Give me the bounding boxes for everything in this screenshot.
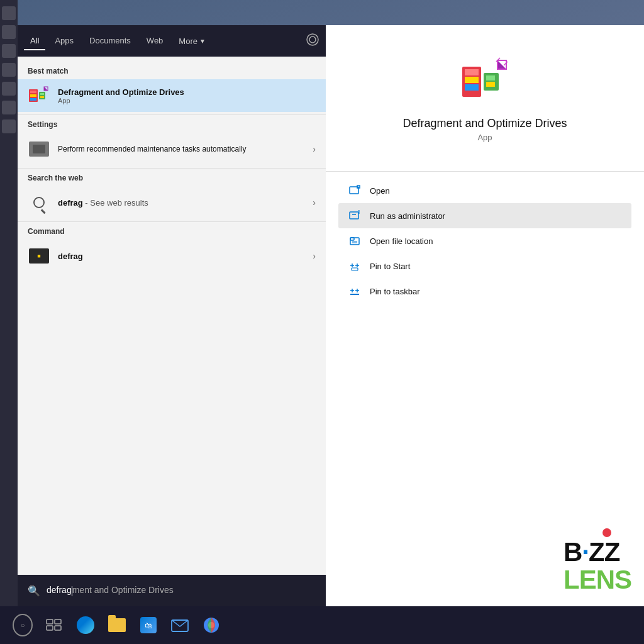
taskbar-mail[interactable] (170, 615, 190, 635)
left-strip-icon-6 (2, 101, 16, 114)
open-icon (348, 184, 361, 197)
search-tabs-bar: All Apps Documents Web More ▼ (18, 25, 326, 57)
section-settings: Settings (18, 118, 326, 133)
svg-rect-8 (40, 96, 44, 98)
tab-documents[interactable]: Documents (83, 32, 137, 50)
taskbar-taskview[interactable] (44, 615, 64, 635)
tab-all[interactable]: All (24, 32, 45, 50)
action-pin-taskbar[interactable]: Pin to taskbar (338, 279, 631, 304)
watermark: B·ZZ LENS (564, 528, 631, 594)
app-icon-large (460, 57, 510, 107)
svg-rect-6 (39, 92, 45, 99)
screen: All Apps Documents Web More ▼ (0, 0, 644, 644)
action-pin-taskbar-label: Pin to taskbar (370, 287, 420, 296)
web-search-text: defrag - See web results (58, 198, 148, 208)
start-menu: All Apps Documents Web More ▼ (18, 25, 644, 606)
action-run-admin[interactable]: Run as administrator (338, 203, 631, 228)
tab-web[interactable]: Web (140, 32, 170, 50)
left-strip-icon-4 (2, 63, 16, 77)
left-strip-icon-1 (2, 6, 16, 20)
svg-rect-12 (465, 69, 479, 75)
best-match-item[interactable]: Defragment and Optimize Drives App (18, 79, 326, 112)
command-icon: ■ (28, 245, 50, 267)
actions-divider (326, 171, 644, 172)
action-open[interactable]: Open (338, 178, 631, 203)
cortana-icon[interactable] (306, 33, 319, 50)
svg-rect-4 (30, 94, 36, 97)
web-search-item[interactable]: defrag - See web results › (18, 186, 326, 219)
svg-point-0 (307, 34, 318, 45)
search-results-area: Best match (18, 57, 326, 606)
settings-item-icon (28, 138, 50, 160)
action-list: Open Run as administrator (326, 178, 644, 304)
bottom-search-text: defragment and Optimize Drives (47, 585, 174, 596)
watermark-lens: LENS (564, 566, 631, 594)
taskbar-edge[interactable] (75, 615, 96, 635)
defrag-icon (28, 84, 50, 107)
command-arrow: › (313, 251, 316, 261)
best-match-title: Defragment and Optimize Drives (58, 87, 184, 97)
web-search-arrow: › (313, 197, 316, 208)
web-search-title: defrag - See web results (58, 198, 148, 208)
settings-item-title: Perform recommended maintenance tasks au… (58, 145, 246, 153)
command-item[interactable]: ■ defrag › (18, 240, 326, 272)
svg-rect-47 (55, 626, 61, 630)
left-strip-icon-2 (2, 25, 16, 39)
section-search-web: Search the web (18, 171, 326, 186)
watermark-dot (602, 528, 611, 537)
action-open-file-location[interactable]: Open file location (338, 228, 631, 253)
taskbar-folder[interactable] (107, 615, 127, 635)
web-search-icon (28, 191, 50, 214)
svg-rect-38 (352, 268, 358, 270)
action-open-label: Open (370, 186, 390, 196)
svg-rect-13 (465, 77, 479, 83)
left-strip-icon-5 (2, 82, 16, 96)
admin-icon (348, 209, 361, 222)
svg-rect-44 (47, 619, 53, 624)
taskbar-store[interactable]: 🛍 (138, 615, 158, 635)
svg-rect-46 (47, 626, 53, 630)
best-match-text: Defragment and Optimize Drives App (58, 87, 184, 104)
divider-2 (18, 168, 326, 169)
app-detail-section: Defragment and Optimize Drives App (326, 38, 644, 165)
settings-item-arrow: › (313, 144, 316, 154)
command-title: defrag (58, 252, 83, 261)
taskbar-search-button[interactable]: ○ (13, 615, 33, 635)
svg-rect-3 (30, 91, 36, 93)
bottom-search-icon: 🔍 (28, 585, 40, 597)
start-menu-right-panel: Defragment and Optimize Drives App Open (326, 25, 644, 606)
svg-rect-7 (40, 93, 44, 95)
divider-1 (18, 114, 326, 115)
action-file-location-label: Open file location (370, 236, 433, 246)
pin-start-icon (348, 260, 361, 272)
svg-rect-45 (55, 619, 61, 624)
svg-point-1 (309, 36, 316, 43)
tab-more[interactable]: More ▼ (172, 33, 212, 50)
action-pin-start-label: Pin to Start (370, 262, 410, 271)
taskbar: ○ 🛍 (0, 606, 644, 644)
section-best-match: Best match (18, 64, 326, 79)
svg-marker-9 (44, 87, 48, 91)
taskbar-chrome[interactable] (201, 615, 221, 635)
command-text: defrag (58, 252, 83, 261)
watermark-buzz: B·ZZ (564, 538, 631, 566)
start-menu-left-panel: All Apps Documents Web More ▼ (18, 25, 326, 606)
best-match-subtitle: App (58, 97, 184, 104)
app-name-large: Defragment and Optimize Drives (402, 117, 567, 130)
tab-apps[interactable]: Apps (48, 32, 80, 50)
bottom-search-bar: 🔍 defragment and Optimize Drives (18, 575, 326, 606)
left-icon-strip (0, 0, 18, 606)
pin-taskbar-icon (348, 285, 361, 297)
left-strip-icon-3 (2, 44, 16, 58)
file-location-icon (348, 235, 361, 247)
app-type: App (477, 133, 492, 142)
divider-3 (18, 221, 326, 222)
left-strip-icon-7 (2, 119, 16, 133)
svg-rect-25 (350, 212, 358, 219)
section-command: Command (18, 225, 326, 240)
settings-item[interactable]: Perform recommended maintenance tasks au… (18, 133, 326, 165)
svg-rect-17 (486, 82, 495, 87)
taskbar-icons: ○ 🛍 (13, 615, 221, 635)
action-pin-start[interactable]: Pin to Start (338, 253, 631, 279)
svg-rect-5 (30, 98, 36, 101)
